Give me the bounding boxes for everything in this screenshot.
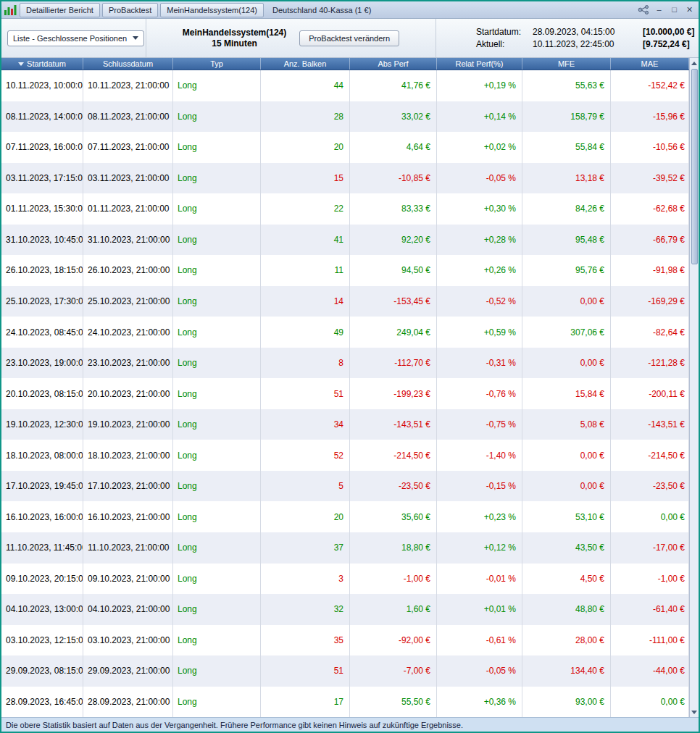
- table-row[interactable]: 10.11.2023, 10:00:0010.11.2023, 21:00:00…: [1, 70, 689, 101]
- table-row[interactable]: 16.10.2023, 16:00:0016.10.2023, 21:00:00…: [1, 501, 689, 532]
- cell-anz-balken: 22: [261, 193, 350, 225]
- cell-anz-balken: 37: [261, 532, 350, 564]
- table-row[interactable]: 03.10.2023, 12:15:0003.10.2023, 21:00:00…: [1, 625, 689, 656]
- cell-anz-balken: 28: [261, 101, 350, 133]
- cell-anz-balken: 11: [261, 255, 350, 286]
- cell-schlussdatum: 11.10.2023, 21:00:00: [83, 532, 173, 564]
- cell-startdatum: 28.09.2023, 16:45:00: [1, 687, 83, 718]
- cell-startdatum: 01.11.2023, 15:30:00: [1, 193, 83, 225]
- cell-anz-balken: 49: [261, 317, 350, 348]
- edit-probacktest-button[interactable]: ProBacktest verändern: [299, 30, 399, 46]
- cell-relat-perf: -0,31 %: [437, 348, 522, 379]
- table-row[interactable]: 18.10.2023, 08:00:0018.10.2023, 21:00:00…: [1, 440, 689, 471]
- cell-mfe: 95,48 €: [522, 225, 611, 256]
- cell-schlussdatum: 18.10.2023, 21:00:00: [83, 440, 173, 471]
- table-row[interactable]: 25.10.2023, 17:30:0025.10.2023, 21:00:00…: [1, 286, 689, 317]
- table-row[interactable]: 26.10.2023, 18:15:0026.10.2023, 21:00:00…: [1, 255, 689, 286]
- current-capital-value: [9.752,24 €]: [643, 38, 694, 51]
- system-section: MeinHandelssystem(124) 15 Minuten ProBac…: [146, 19, 436, 57]
- column-header-mae[interactable]: MAE: [611, 58, 689, 70]
- column-header-mfe[interactable]: MFE: [522, 58, 611, 70]
- column-header-abs-perf[interactable]: Abs Perf: [350, 58, 437, 70]
- cell-schlussdatum: 03.11.2023, 21:00:00: [83, 163, 173, 194]
- cell-schlussdatum: 07.11.2023, 21:00:00: [83, 132, 173, 163]
- cell-typ: Long: [173, 471, 261, 502]
- list-type-label: Liste - Geschlossene Positionen: [13, 34, 127, 43]
- cell-anz-balken: 34: [261, 409, 350, 440]
- column-header-startdatum[interactable]: Startdatum: [1, 58, 83, 70]
- table-row[interactable]: 23.10.2023, 19:00:0023.10.2023, 21:00:00…: [1, 348, 689, 379]
- share-icon[interactable]: [638, 5, 649, 14]
- scroll-up-button[interactable]: [690, 58, 699, 68]
- cell-relat-perf: -0,61 %: [437, 625, 522, 656]
- cell-relat-perf: +0,01 %: [437, 594, 522, 625]
- cell-typ: Long: [173, 317, 261, 348]
- maximize-icon[interactable]: □: [669, 5, 680, 15]
- vertical-scrollbar[interactable]: [689, 58, 699, 717]
- cell-mae: -143,51 €: [611, 409, 689, 440]
- table-row[interactable]: 07.11.2023, 16:00:0007.11.2023, 21:00:00…: [1, 132, 689, 163]
- column-header-typ[interactable]: Typ: [173, 58, 261, 70]
- cell-anz-balken: 41: [261, 225, 350, 256]
- cell-startdatum: 19.10.2023, 12:30:00: [1, 409, 83, 440]
- cell-mfe: 0,00 €: [522, 286, 611, 317]
- table-row[interactable]: 19.10.2023, 12:30:0019.10.2023, 21:00:00…: [1, 409, 689, 440]
- cell-startdatum: 17.10.2023, 19:45:00: [1, 471, 83, 502]
- list-type-dropdown[interactable]: Liste - Geschlossene Positionen: [7, 30, 144, 46]
- table-row[interactable]: 20.10.2023, 08:15:0020.10.2023, 21:00:00…: [1, 378, 689, 409]
- cell-mfe: 15,84 €: [522, 378, 611, 409]
- start-capital-value: [10.000,00 €]: [643, 26, 694, 38]
- tab-meinhandelssystem[interactable]: MeinHandelssystem(124): [160, 3, 264, 17]
- cell-anz-balken: 51: [261, 655, 350, 687]
- cell-typ: Long: [173, 348, 261, 379]
- table-row[interactable]: 09.10.2023, 20:15:0009.10.2023, 21:00:00…: [1, 564, 689, 595]
- cell-relat-perf: -1,40 %: [437, 440, 522, 471]
- cell-mae: -91,98 €: [611, 255, 689, 286]
- column-header-anz-balken[interactable]: Anz. Balken: [261, 58, 350, 70]
- cell-mae: -62,68 €: [611, 193, 689, 225]
- cell-startdatum: 26.10.2023, 18:15:00: [1, 255, 83, 286]
- cell-typ: Long: [173, 132, 261, 163]
- cell-mfe: 307,06 €: [522, 317, 611, 348]
- cell-abs-perf: 18,80 €: [350, 532, 437, 564]
- table-row[interactable]: 04.10.2023, 13:00:0004.10.2023, 21:00:00…: [1, 594, 689, 625]
- table-row[interactable]: 01.11.2023, 15:30:0001.11.2023, 21:00:00…: [1, 193, 689, 225]
- table-row[interactable]: 17.10.2023, 19:45:0017.10.2023, 21:00:00…: [1, 471, 689, 502]
- tab-detaillierter-bericht[interactable]: Detaillierter Bericht: [20, 3, 100, 17]
- cell-abs-perf: 83,33 €: [350, 193, 437, 225]
- cell-schlussdatum: 23.10.2023, 21:00:00: [83, 348, 173, 379]
- scrollbar-thumb[interactable]: [691, 69, 698, 264]
- chevron-down-icon: [133, 36, 138, 40]
- column-header-schlussdatum[interactable]: Schlussdatum: [83, 58, 173, 70]
- cell-typ: Long: [173, 255, 261, 286]
- cell-mae: -17,00 €: [611, 532, 689, 564]
- cell-abs-perf: -7,00 €: [350, 655, 437, 687]
- tab-probacktest[interactable]: ProBacktest: [102, 3, 158, 17]
- table-row[interactable]: 28.09.2023, 16:45:0028.09.2023, 21:00:00…: [1, 687, 689, 718]
- current-date-value: 10.11.2023, 22:45:00: [533, 38, 643, 51]
- column-header-relat-perf[interactable]: Relat Perf(%): [437, 58, 522, 70]
- table-row[interactable]: 24.10.2023, 08:45:0024.10.2023, 21:00:00…: [1, 317, 689, 348]
- table-row[interactable]: 03.11.2023, 17:15:0003.11.2023, 21:00:00…: [1, 163, 689, 194]
- cell-startdatum: 08.11.2023, 14:00:00: [1, 101, 83, 133]
- close-icon[interactable]: ✕: [684, 5, 695, 15]
- cell-relat-perf: -0,15 %: [437, 471, 522, 502]
- cell-typ: Long: [173, 225, 261, 256]
- table-content: Startdatum Schlussdatum Typ Anz. Balken …: [1, 58, 699, 717]
- table-row[interactable]: 29.09.2023, 08:15:0029.09.2023, 21:00:00…: [1, 655, 689, 687]
- cell-mae: -82,64 €: [611, 317, 689, 348]
- cell-mfe: 4,50 €: [522, 564, 611, 595]
- table-row[interactable]: 31.10.2023, 10:45:0031.10.2023, 21:00:00…: [1, 225, 689, 256]
- table-row[interactable]: 11.10.2023, 11:45:0011.10.2023, 21:00:00…: [1, 532, 689, 564]
- cell-schlussdatum: 19.10.2023, 21:00:00: [83, 409, 173, 440]
- cell-relat-perf: +0,23 %: [437, 501, 522, 532]
- cell-abs-perf: 249,04 €: [350, 317, 437, 348]
- cell-mae: -169,29 €: [611, 286, 689, 317]
- minimize-icon[interactable]: –: [654, 5, 664, 15]
- table-row[interactable]: 08.11.2023, 14:00:0008.11.2023, 21:00:00…: [1, 101, 689, 133]
- scroll-down-button[interactable]: [690, 707, 699, 717]
- cell-abs-perf: 94,50 €: [350, 255, 437, 286]
- cell-mae: -10,56 €: [611, 132, 689, 163]
- cell-abs-perf: 1,60 €: [350, 594, 437, 625]
- scrollbar-track[interactable]: [690, 68, 699, 707]
